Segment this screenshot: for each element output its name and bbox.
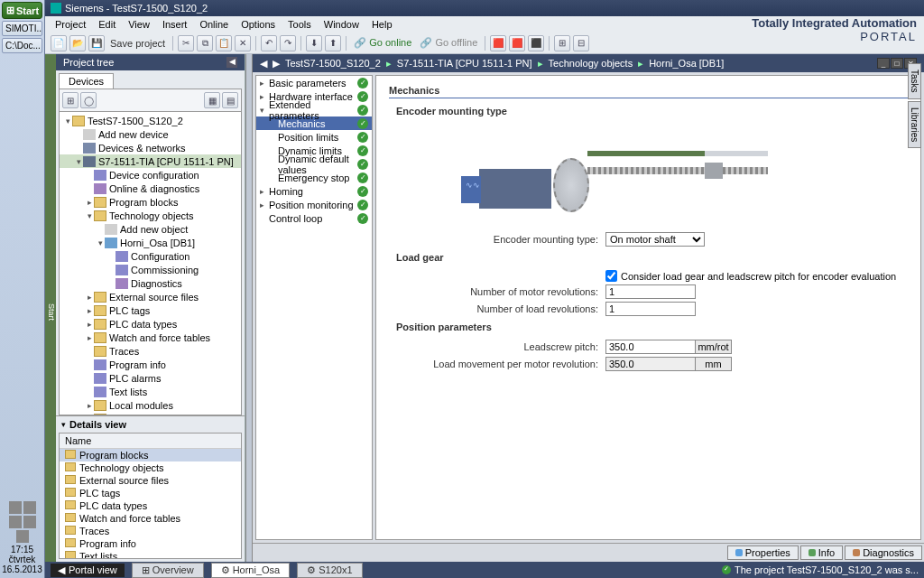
start-button[interactable]: ⊞Start xyxy=(2,2,42,19)
compile-button[interactable]: ⬇ xyxy=(306,35,322,51)
taskbar-item[interactable]: SIMOTI... xyxy=(2,21,42,36)
nav-back-icon[interactable]: ◀ xyxy=(260,58,267,70)
save-icon[interactable]: 💾 xyxy=(88,35,105,51)
save-label[interactable]: Save project xyxy=(107,38,168,49)
tree-row[interactable]: Configuration xyxy=(60,249,241,263)
paste-button[interactable]: 📋 xyxy=(216,35,232,51)
open-button[interactable]: 📂 xyxy=(69,35,86,51)
param-row[interactable]: Position limits✓ xyxy=(256,130,372,144)
redo-button[interactable]: ↷ xyxy=(280,35,296,51)
status-tab-overview[interactable]: ⊞ Overview xyxy=(132,563,204,578)
crumb-item[interactable]: TestS7-1500_S120_2 xyxy=(285,58,381,69)
crumb-item[interactable]: Technology objects xyxy=(549,58,633,69)
status-tab-s120x1[interactable]: ⚙ S120x1 xyxy=(297,563,362,578)
menu-view[interactable]: View xyxy=(124,18,154,31)
tb-icon[interactable]: ⊟ xyxy=(573,35,589,51)
tray-icon[interactable] xyxy=(23,501,36,514)
tree-tool-icon[interactable]: ⊞ xyxy=(62,92,79,108)
consider-load-gear-checkbox[interactable] xyxy=(605,270,617,282)
parameter-tree[interactable]: ▸Basic parameters✓▸Hardware interface✓▾E… xyxy=(255,75,373,540)
param-row[interactable]: ▸Basic parameters✓ xyxy=(256,76,372,89)
portal-view-button[interactable]: ◀ Portal view xyxy=(51,564,125,577)
tree-row[interactable]: ▸External source files xyxy=(60,290,241,303)
param-row[interactable]: ▸Homing✓ xyxy=(256,184,372,198)
start-handle[interactable]: Start xyxy=(45,54,56,562)
details-row[interactable]: Program info xyxy=(60,537,241,550)
tree-row[interactable]: ▸Local modules xyxy=(60,398,241,412)
crumb-item[interactable]: Horni_Osa [DB1] xyxy=(649,58,724,69)
tb-icon[interactable]: 🟥 xyxy=(490,35,506,51)
menu-tools[interactable]: Tools xyxy=(283,18,316,31)
side-tab-libraries[interactable]: Libraries xyxy=(908,101,921,148)
param-row[interactable]: Dynamic default values✓ xyxy=(256,157,372,171)
details-row[interactable]: Program blocks xyxy=(60,449,241,462)
tree-row[interactable]: Device configuration xyxy=(60,168,241,182)
tree-row[interactable]: ▾TestS7-1500_S120_2 xyxy=(60,114,241,127)
tray-icon[interactable] xyxy=(9,501,22,514)
tree-tool-icon[interactable]: ▦ xyxy=(204,92,220,108)
menu-online[interactable]: Online xyxy=(195,18,233,31)
details-row[interactable]: Technology objects xyxy=(60,461,241,474)
collapse-icon[interactable]: ◀ xyxy=(226,57,237,68)
tree-row[interactable]: ▸PLC tags xyxy=(60,303,241,317)
tab-diagnostics[interactable]: Diagnostics xyxy=(845,545,922,560)
menu-help[interactable]: Help xyxy=(367,18,397,31)
nav-fwd-icon[interactable]: ▶ xyxy=(273,58,280,70)
menu-insert[interactable]: Insert xyxy=(158,18,192,31)
tb-icon[interactable]: 🟥 xyxy=(509,35,525,51)
side-tab-tasks[interactable]: Tasks xyxy=(908,63,921,99)
menu-options[interactable]: Options xyxy=(236,18,280,31)
param-row[interactable]: ▸Position monitoring✓ xyxy=(256,198,372,211)
go-offline-button[interactable]: 🔗 Go offline xyxy=(417,37,480,49)
param-row[interactable]: ▾Extended parameters✓ xyxy=(256,103,372,117)
tree-row[interactable]: Program info xyxy=(60,358,241,371)
details-row[interactable]: External source files xyxy=(60,474,241,487)
details-row[interactable]: Traces xyxy=(60,525,241,537)
tree-row[interactable]: ▸PLC data types xyxy=(60,317,241,331)
tree-row[interactable]: ▾Horni_Osa [DB1] xyxy=(60,236,241,249)
details-row[interactable]: Text lists xyxy=(60,550,241,559)
tree-row[interactable]: ▾Technology objects xyxy=(60,209,241,222)
tree-row[interactable]: Add new object xyxy=(60,222,241,236)
copy-button[interactable]: ⧉ xyxy=(197,35,213,51)
go-online-button[interactable]: 🔗 Go online xyxy=(351,37,414,49)
tb-icon[interactable]: ⬛ xyxy=(528,35,544,51)
pitch-input[interactable] xyxy=(605,340,696,354)
tree-row[interactable]: Text lists xyxy=(60,385,241,398)
menu-project[interactable]: Project xyxy=(51,18,90,31)
tab-properties[interactable]: Properties xyxy=(727,545,799,560)
tree-row[interactable]: ▸Program blocks xyxy=(60,195,241,209)
download-button[interactable]: ⬆ xyxy=(325,35,341,51)
tree-row[interactable]: ▸Watch and force tables xyxy=(60,331,241,344)
motor-rev-input[interactable] xyxy=(605,284,696,299)
taskbar-item[interactable]: C:\Doc... xyxy=(2,38,42,53)
undo-button[interactable]: ↶ xyxy=(261,35,277,51)
param-row[interactable]: Control loop✓ xyxy=(256,211,372,225)
details-row[interactable]: Watch and force tables xyxy=(60,512,241,525)
tab-info[interactable]: Info xyxy=(800,545,843,560)
details-row[interactable]: PLC tags xyxy=(60,487,241,499)
editor-min-icon[interactable]: _ xyxy=(877,58,890,69)
tree-tool-icon[interactable]: ▤ xyxy=(222,92,238,108)
delete-button[interactable]: ✕ xyxy=(235,35,251,51)
param-row[interactable]: Emergency stop✓ xyxy=(256,171,372,184)
project-tree[interactable]: ▾TestS7-1500_S120_2Add new deviceDevices… xyxy=(59,112,242,415)
devices-tab[interactable]: Devices xyxy=(59,73,114,89)
tray-icon[interactable] xyxy=(23,516,36,528)
tree-row[interactable]: Add new device xyxy=(60,127,241,141)
tree-tool-icon[interactable]: ◯ xyxy=(80,92,97,108)
tray-icon[interactable] xyxy=(9,516,22,528)
mount-type-select[interactable]: On motor shaft xyxy=(605,232,705,247)
tree-row[interactable]: Devices & networks xyxy=(60,141,241,154)
tray-icon[interactable] xyxy=(16,530,29,543)
details-row[interactable]: PLC data types xyxy=(60,499,241,512)
status-tab-horni-osa[interactable]: ⚙ Horni_Osa xyxy=(211,563,291,578)
tree-row[interactable]: ▾S7-1511-TIA [CPU 1511-1 PN] xyxy=(60,154,241,168)
menu-edit[interactable]: Edit xyxy=(94,18,120,31)
splitter[interactable] xyxy=(245,54,253,562)
tree-row[interactable]: Commissioning xyxy=(60,263,241,276)
tree-row[interactable]: Online & diagnostics xyxy=(60,182,241,195)
load-rev-input[interactable] xyxy=(605,302,696,316)
tree-row[interactable]: PLC alarms xyxy=(60,371,241,385)
editor-max-icon[interactable]: □ xyxy=(891,58,903,69)
